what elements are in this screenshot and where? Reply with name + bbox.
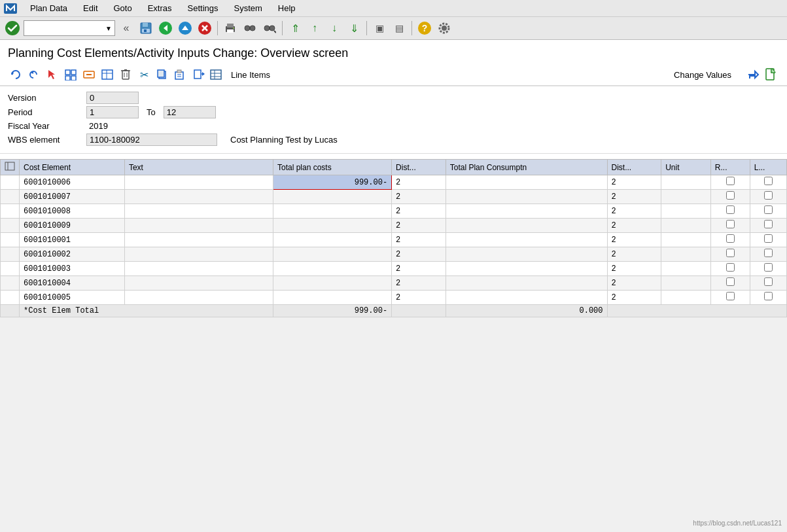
l-checkbox[interactable] xyxy=(764,191,773,200)
save-button[interactable] xyxy=(137,20,154,37)
menu-help[interactable]: Help xyxy=(275,2,298,14)
r-checkbox[interactable] xyxy=(726,234,735,243)
l-checkbox-cell[interactable] xyxy=(750,291,786,305)
table-row[interactable]: 600101000222 xyxy=(1,247,787,262)
l-checkbox[interactable] xyxy=(764,205,773,214)
total-plan-costs-cell[interactable] xyxy=(273,291,391,305)
l-checkbox[interactable] xyxy=(764,277,773,286)
find-button[interactable] xyxy=(241,20,258,37)
r-checkbox-cell[interactable] xyxy=(710,190,750,204)
first-button[interactable]: « xyxy=(118,20,135,37)
total-plan-costs-cell[interactable] xyxy=(273,276,391,291)
layout-btn-1[interactable]: ▣ xyxy=(371,20,388,37)
r-checkbox[interactable] xyxy=(726,292,735,300)
copy-icon[interactable] xyxy=(154,67,170,82)
row-select-cell[interactable] xyxy=(1,204,20,219)
row-select-cell[interactable] xyxy=(1,247,20,262)
r-checkbox[interactable] xyxy=(726,263,735,272)
select-all-icon[interactable] xyxy=(63,67,79,82)
row-select-cell[interactable] xyxy=(1,262,20,276)
nav-last-button[interactable]: ⇓ xyxy=(345,20,362,37)
help-button[interactable]: ? xyxy=(416,20,433,37)
undo-icon[interactable] xyxy=(26,67,42,82)
up-button[interactable] xyxy=(177,20,194,37)
row-select-cell[interactable] xyxy=(1,175,20,190)
select-icon[interactable] xyxy=(44,67,60,82)
change-values-button[interactable]: Change Values xyxy=(668,68,737,82)
r-checkbox-cell[interactable] xyxy=(710,262,750,276)
r-checkbox-cell[interactable] xyxy=(710,247,750,262)
r-checkbox-cell[interactable] xyxy=(710,204,750,219)
l-checkbox[interactable] xyxy=(764,263,773,272)
cancel-button[interactable] xyxy=(196,20,213,37)
table-row[interactable]: 600101000522 xyxy=(1,291,787,305)
return-icon[interactable] xyxy=(745,67,761,82)
total-plan-costs-cell[interactable] xyxy=(273,247,391,262)
paste-icon[interactable] xyxy=(173,67,188,82)
nav-first-button[interactable]: ⇑ xyxy=(287,20,304,37)
settings-button[interactable] xyxy=(436,20,453,37)
l-checkbox[interactable] xyxy=(764,292,773,300)
menu-edit[interactable]: Edit xyxy=(80,2,100,14)
row-select-cell[interactable] xyxy=(1,233,20,247)
l-checkbox-cell[interactable] xyxy=(750,219,786,233)
l-checkbox-cell[interactable] xyxy=(750,175,786,190)
total-plan-costs-cell[interactable] xyxy=(273,262,391,276)
r-checkbox[interactable] xyxy=(726,220,735,228)
layout-btn-2[interactable]: ▤ xyxy=(391,20,408,37)
menu-goto[interactable]: Goto xyxy=(111,2,135,14)
l-checkbox-cell[interactable] xyxy=(750,190,786,204)
menu-plan-data[interactable]: Plan Data xyxy=(27,2,70,14)
import-icon[interactable] xyxy=(191,67,207,82)
nav-prev-button[interactable]: ↑ xyxy=(306,20,323,37)
find-next-button[interactable] xyxy=(261,20,278,37)
l-checkbox[interactable] xyxy=(764,234,773,243)
table-row[interactable]: 600101000422 xyxy=(1,276,787,291)
refresh-icon[interactable] xyxy=(8,67,24,82)
table-row[interactable]: 600101000122 xyxy=(1,233,787,247)
table-row[interactable]: 600101000922 xyxy=(1,219,787,233)
total-plan-costs-cell[interactable] xyxy=(273,204,391,219)
line-items-button[interactable]: Line Items xyxy=(225,68,276,82)
r-checkbox[interactable] xyxy=(726,249,735,257)
r-checkbox-cell[interactable] xyxy=(710,276,750,291)
table-row[interactable]: 600101000822 xyxy=(1,204,787,219)
menu-settings[interactable]: Settings xyxy=(185,2,221,14)
command-field[interactable]: ▼ xyxy=(24,20,115,36)
total-plan-costs-cell[interactable] xyxy=(273,219,391,233)
table-icon[interactable] xyxy=(99,67,115,82)
table-row[interactable]: 6001010006999.00-22 xyxy=(1,175,787,190)
r-checkbox-cell[interactable] xyxy=(710,233,750,247)
r-checkbox[interactable] xyxy=(726,205,735,214)
l-checkbox[interactable] xyxy=(764,249,773,257)
confirm-button[interactable] xyxy=(4,20,21,37)
row-select-cell[interactable] xyxy=(1,190,20,204)
deselect-icon[interactable] xyxy=(81,67,97,82)
row-select-cell[interactable] xyxy=(1,219,20,233)
row-select-cell[interactable] xyxy=(1,291,20,305)
table-row[interactable]: 600101000722 xyxy=(1,190,787,204)
r-checkbox[interactable] xyxy=(726,277,735,286)
l-checkbox-cell[interactable] xyxy=(750,233,786,247)
r-checkbox-cell[interactable] xyxy=(710,291,750,305)
l-checkbox-cell[interactable] xyxy=(750,276,786,291)
print-button[interactable] xyxy=(222,20,239,37)
r-checkbox-cell[interactable] xyxy=(710,175,750,190)
l-checkbox-cell[interactable] xyxy=(750,262,786,276)
total-plan-costs-cell[interactable]: 999.00- xyxy=(273,175,391,190)
r-checkbox[interactable] xyxy=(726,191,735,200)
nav-next-button[interactable]: ↓ xyxy=(326,20,343,37)
table-row[interactable]: 600101000322 xyxy=(1,262,787,276)
l-checkbox[interactable] xyxy=(764,220,773,228)
new-doc-icon[interactable] xyxy=(763,67,779,82)
r-checkbox-cell[interactable] xyxy=(710,219,750,233)
l-checkbox[interactable] xyxy=(764,177,773,185)
r-checkbox[interactable] xyxy=(726,177,735,185)
total-plan-costs-cell[interactable] xyxy=(273,190,391,204)
line-items-icon[interactable] xyxy=(209,67,222,82)
total-plan-costs-cell[interactable] xyxy=(273,233,391,247)
menu-extras[interactable]: Extras xyxy=(145,2,175,14)
l-checkbox-cell[interactable] xyxy=(750,204,786,219)
row-select-cell[interactable] xyxy=(1,276,20,291)
delete-icon[interactable] xyxy=(118,67,133,82)
